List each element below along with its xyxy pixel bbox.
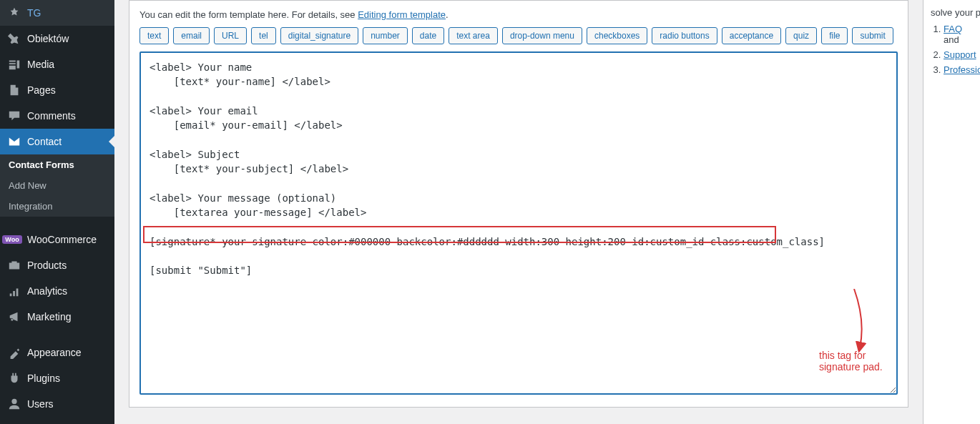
svg-point-0 — [11, 399, 16, 404]
tag-btn-digital-signature[interactable]: digital_signature — [280, 27, 358, 44]
intro-link[interactable]: Editing form template — [358, 9, 446, 20]
sidebar-label: Marketing — [27, 311, 71, 322]
help-item: FAQ and — [944, 24, 980, 45]
tag-btn-quiz[interactable]: quiz — [785, 27, 817, 44]
pin-icon — [7, 6, 21, 20]
tag-btn-checkboxes[interactable]: checkboxes — [587, 27, 647, 44]
help-link-support[interactable]: Support — [944, 49, 976, 60]
sidebar-item-pages[interactable]: Pages — [0, 77, 114, 103]
sidebar-sub-add-new[interactable]: Add New — [0, 175, 114, 196]
help-item: Professio — [944, 64, 980, 75]
help-link-pro[interactable]: Professio — [944, 64, 980, 75]
tag-btn-tel[interactable]: tel — [251, 27, 276, 44]
form-template-editor[interactable] — [139, 51, 898, 395]
help-list: FAQ and Support Professio — [944, 24, 980, 75]
sidebar-item-comments[interactable]: Comments — [0, 103, 114, 129]
comment-icon — [7, 109, 21, 123]
sidebar-item-appearance[interactable]: Appearance — [0, 340, 114, 365]
intro-before: You can edit the form template here. For… — [139, 9, 358, 20]
plugins-icon — [7, 371, 21, 385]
appearance-icon — [7, 345, 21, 360]
sidebar-label: Contact — [27, 136, 62, 147]
sidebar-item-woocommerce[interactable]: Woo WooCommerce — [0, 227, 114, 252]
tag-btn-url[interactable]: URL — [214, 27, 247, 44]
sidebar-item-tools[interactable]: Tools — [0, 417, 114, 424]
editor-wrap: this tag for signature pad. — [139, 51, 898, 397]
media-icon — [7, 57, 21, 72]
sidebar-item-contact[interactable]: Contact — [0, 129, 114, 154]
pin-icon — [7, 31, 21, 46]
sidebar-label: Pages — [27, 84, 56, 96]
tag-btn-textarea[interactable]: text area — [449, 27, 498, 44]
help-head: solve your p — [931, 7, 980, 18]
sidebar-label: Products — [27, 260, 67, 271]
sidebar-sub-contact-forms[interactable]: Contact Forms — [0, 154, 114, 175]
tag-btn-text[interactable]: text — [139, 27, 169, 44]
sidebar-item-tg[interactable]: TG — [0, 0, 114, 26]
sidebar-submenu: Contact Forms Add New Integration — [0, 154, 114, 217]
annotation-text: this tag for signature pad. — [819, 350, 898, 373]
sidebar-item-obiektow[interactable]: Obiektów — [0, 26, 114, 51]
intro-text: You can edit the form template here. For… — [139, 9, 898, 20]
woo-icon: Woo — [7, 232, 21, 247]
mail-icon — [7, 134, 21, 149]
tag-btn-dropdown[interactable]: drop-down menu — [502, 27, 582, 44]
sidebar-item-plugins[interactable]: Plugins — [0, 365, 114, 391]
tag-button-row: text email URL tel digital_signature num… — [139, 27, 898, 44]
sidebar-label: Media — [27, 59, 54, 70]
intro-after: . — [446, 9, 449, 20]
analytics-icon — [7, 284, 21, 298]
sidebar-label: Obiektów — [27, 33, 69, 44]
sidebar-label: Comments — [27, 110, 76, 122]
tag-btn-radio[interactable]: radio buttons — [652, 27, 717, 44]
sidebar-item-media[interactable]: Media — [0, 51, 114, 77]
form-panel: You can edit the form template here. For… — [129, 0, 908, 408]
products-icon — [7, 258, 21, 272]
tag-btn-acceptance[interactable]: acceptance — [722, 27, 781, 44]
tag-btn-email[interactable]: email — [173, 27, 210, 44]
sidebar-label: Analytics — [27, 285, 67, 297]
sidebar-label: Plugins — [27, 373, 60, 384]
tag-btn-date[interactable]: date — [412, 27, 444, 44]
sidebar-label: WooCommerce — [27, 234, 97, 245]
help-link-faq[interactable]: FAQ — [944, 24, 962, 34]
help-item: Support — [944, 49, 980, 60]
help-sidebar: solve your p FAQ and Support Professio — [923, 0, 980, 424]
users-icon — [7, 397, 21, 411]
sidebar-item-analytics[interactable]: Analytics — [0, 278, 114, 304]
tag-btn-submit[interactable]: submit — [852, 27, 893, 44]
tag-btn-file[interactable]: file — [821, 27, 848, 44]
sidebar-label: Appearance — [27, 347, 82, 358]
tag-btn-number[interactable]: number — [363, 27, 408, 44]
main-content: You can edit the form template here. For… — [114, 0, 923, 424]
sidebar-label: Users — [27, 398, 54, 410]
marketing-icon — [7, 310, 21, 324]
sidebar-item-products[interactable]: Products — [0, 252, 114, 278]
sidebar-sub-integration[interactable]: Integration — [0, 196, 114, 217]
admin-sidebar: TG Obiektów Media Pages Comments Contact… — [0, 0, 114, 424]
page-icon — [7, 83, 21, 97]
sidebar-item-marketing[interactable]: Marketing — [0, 304, 114, 330]
sidebar-label: TG — [27, 7, 41, 19]
sidebar-item-users[interactable]: Users — [0, 391, 114, 417]
